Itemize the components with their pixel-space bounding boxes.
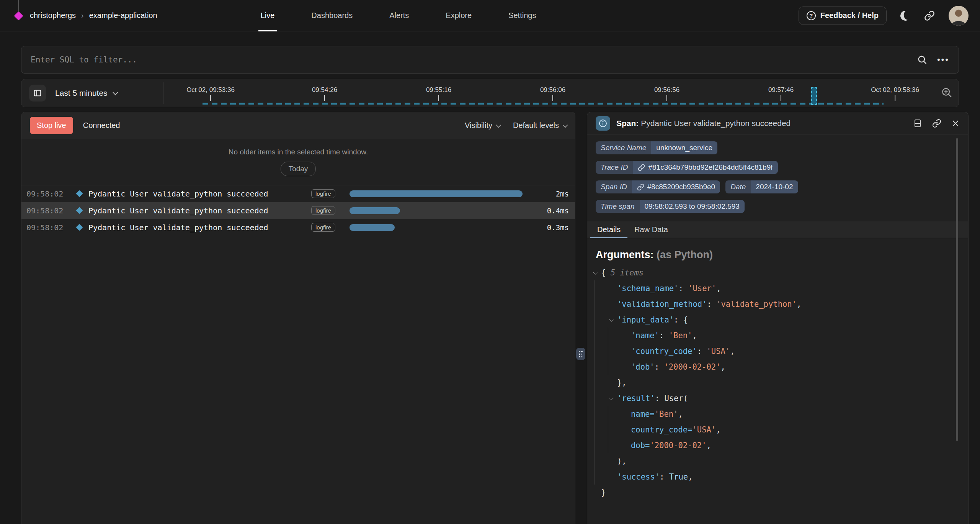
indent-guide (594, 406, 608, 422)
share-link-button[interactable] (924, 10, 935, 21)
tab-alerts[interactable]: Alerts (389, 0, 409, 31)
code-token-plain: : (660, 472, 669, 481)
span-badges: Service Name unknown_service Trace ID #8… (587, 134, 968, 216)
logfire-tag[interactable]: logfire (311, 206, 335, 215)
arguments-code: { 5 items'schema_name': 'User','validati… (587, 263, 968, 500)
log-message: Pydantic User validate_python succeeded (85, 206, 311, 215)
close-panel-button[interactable] (951, 119, 960, 128)
tab-dashboards[interactable]: Dashboards (311, 0, 353, 31)
tab-explore[interactable]: Explore (446, 0, 472, 31)
span-id-badge[interactable]: Span ID #8c85209cb935b9e0 (596, 180, 720, 193)
time-range-label: Last 5 minutes (55, 88, 108, 98)
zoom-in-icon (941, 87, 952, 98)
code-line: } (592, 485, 968, 500)
default-levels-dropdown[interactable]: Default levels (513, 121, 567, 130)
user-avatar[interactable] (949, 6, 969, 26)
timeline-tick: Oct 02, 09:58:36 (871, 86, 919, 101)
logo-accent-line (18, 0, 19, 11)
more-options-icon[interactable]: ••• (937, 55, 949, 65)
service-name-badge: Service Name unknown_service (596, 141, 717, 154)
tab-live[interactable]: Live (261, 0, 275, 31)
code-token-key: 'schema_name' (617, 284, 678, 293)
sidebar-toggle-button[interactable] (29, 85, 46, 102)
feedback-help-button[interactable]: ? Feedback / Help (799, 7, 887, 25)
panel-layout-button[interactable] (913, 119, 922, 128)
timeline-zoom-button[interactable] (941, 87, 952, 100)
nav-right: ? Feedback / Help (799, 6, 969, 26)
timeline-tick: 09:57:46 (768, 86, 794, 101)
duration-bar (350, 190, 523, 197)
moon-icon (899, 10, 911, 22)
log-row[interactable]: 09:58:02Pydantic User validate_python su… (21, 185, 575, 202)
panel-resize-handle[interactable] (576, 348, 585, 360)
caret-spacer (622, 359, 631, 375)
indent-guide (594, 343, 608, 359)
detail-tab-raw-data[interactable]: Raw Data (627, 221, 675, 238)
connection-status: Connected (83, 121, 120, 130)
log-row[interactable]: 09:58:02Pydantic User validate_python su… (21, 219, 575, 236)
code-token-plain: , (706, 441, 711, 450)
code-token-plain: ), (617, 457, 627, 466)
caret-spacer (608, 280, 617, 296)
code-token-key: 'name' (631, 331, 659, 340)
caret-spacer (608, 469, 617, 485)
indent-guide (608, 422, 622, 437)
stop-live-button[interactable]: Stop live (30, 117, 73, 134)
timeline-tick: 09:54:26 (312, 86, 337, 101)
code-token-plain: : { (674, 315, 688, 324)
code-token-key: dob= (631, 441, 650, 450)
timeline-bar: Last 5 minutes Oct 02, 09:53:3609:54:260… (21, 79, 959, 107)
logfire-tag[interactable]: logfire (311, 223, 335, 232)
top-nav: christophergs › example-application Live… (0, 0, 980, 31)
collapse-caret-icon[interactable] (608, 390, 617, 406)
live-view-panel: Stop live Connected Visibility Default l… (21, 112, 575, 524)
breadcrumb-org[interactable]: christophergs (30, 11, 76, 20)
span-kind-label: Span: (616, 119, 639, 128)
collapse-caret-icon[interactable] (592, 265, 601, 280)
tab-settings[interactable]: Settings (508, 0, 536, 31)
caret-spacer (622, 422, 631, 437)
copy-link-button[interactable] (932, 119, 941, 128)
code-token-str: 'USA' (692, 425, 716, 434)
question-circle-icon: ? (807, 11, 816, 20)
date-badge: Date 2024-10-02 (725, 180, 798, 193)
indent-guide (594, 359, 608, 375)
arguments-heading: Arguments: (as Python) (587, 238, 968, 263)
code-token-key: 'result' (617, 394, 655, 403)
timeline-tick: 09:55:16 (426, 86, 451, 101)
detail-scrollbar-thumb[interactable] (956, 138, 958, 441)
logfire-tag[interactable]: logfire (311, 189, 335, 198)
theme-toggle-button[interactable] (900, 11, 910, 21)
timeline-track[interactable]: Oct 02, 09:53:3609:54:2609:55:1609:56:06… (163, 79, 959, 107)
sql-filter-input[interactable] (31, 55, 917, 64)
code-line: ), (592, 453, 968, 469)
code-token-plain: , (716, 425, 720, 434)
code-token-str: '2000-02-02' (650, 441, 706, 450)
duration-label: 0.3ms (535, 223, 575, 232)
code-token-plain: , (716, 284, 721, 293)
link-icon (932, 119, 941, 128)
time-range-dropdown[interactable]: Last 5 minutes (55, 88, 117, 98)
timeline-activity-baseline (203, 103, 884, 105)
code-line: 'input_data': { (592, 312, 968, 328)
span-title: Span: Pydantic User validate_python succ… (616, 119, 791, 128)
search-icon[interactable] (917, 55, 927, 65)
indent-guide (594, 437, 608, 453)
indent-guide (594, 375, 608, 390)
code-line: 'result': User( (592, 390, 968, 406)
main-content: Stop live Connected Visibility Default l… (0, 112, 980, 524)
trace-id-badge[interactable]: Trace ID #81c364b79bbd92ef26b4dd5ff4c81b… (596, 161, 778, 174)
log-row[interactable]: 09:58:02Pydantic User validate_python su… (21, 202, 575, 219)
empty-state: No older items in the selected time wind… (21, 139, 575, 185)
live-view-header: Stop live Connected Visibility Default l… (21, 112, 575, 139)
visibility-dropdown[interactable]: Visibility (465, 121, 500, 130)
code-token-str: 'USA' (706, 347, 730, 356)
today-button[interactable]: Today (281, 162, 316, 176)
code-token-plain: : (707, 300, 717, 309)
span-diamond-icon (76, 190, 83, 197)
logfire-logo[interactable] (14, 0, 24, 31)
detail-tab-details[interactable]: Details (590, 221, 627, 238)
breadcrumb-project[interactable]: example-application (89, 11, 157, 20)
time-span-badge: Time span 09:58:02.593 to 09:58:02.593 (596, 200, 745, 213)
collapse-caret-icon[interactable] (608, 312, 617, 328)
